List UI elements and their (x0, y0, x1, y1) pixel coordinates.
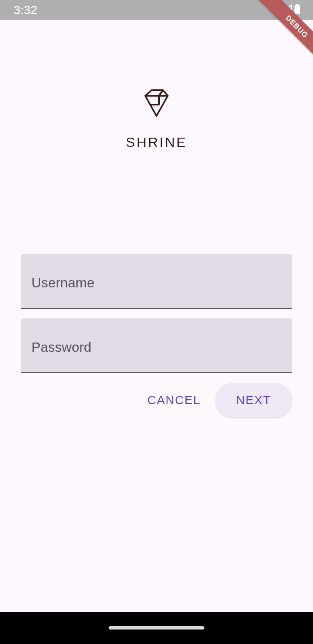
login-screen: SHRINE CANCEL NEXT (0, 89, 313, 417)
username-field[interactable] (21, 254, 292, 309)
app-title: SHRINE (126, 134, 187, 150)
status-time: 3:32 (14, 3, 37, 17)
nav-handle[interactable] (109, 626, 204, 630)
logo-section: SHRINE (21, 89, 292, 150)
svg-rect-1 (296, 4, 299, 6)
login-form: CANCEL NEXT (21, 254, 292, 417)
svg-rect-0 (294, 5, 300, 14)
password-field[interactable] (21, 318, 292, 373)
next-button[interactable]: NEXT (215, 383, 292, 417)
username-input[interactable] (31, 272, 282, 291)
diamond-icon (142, 89, 171, 118)
cancel-button[interactable]: CANCEL (133, 384, 215, 417)
navigation-bar (0, 612, 313, 644)
button-row: CANCEL NEXT (21, 383, 292, 417)
password-input[interactable] (31, 336, 282, 355)
